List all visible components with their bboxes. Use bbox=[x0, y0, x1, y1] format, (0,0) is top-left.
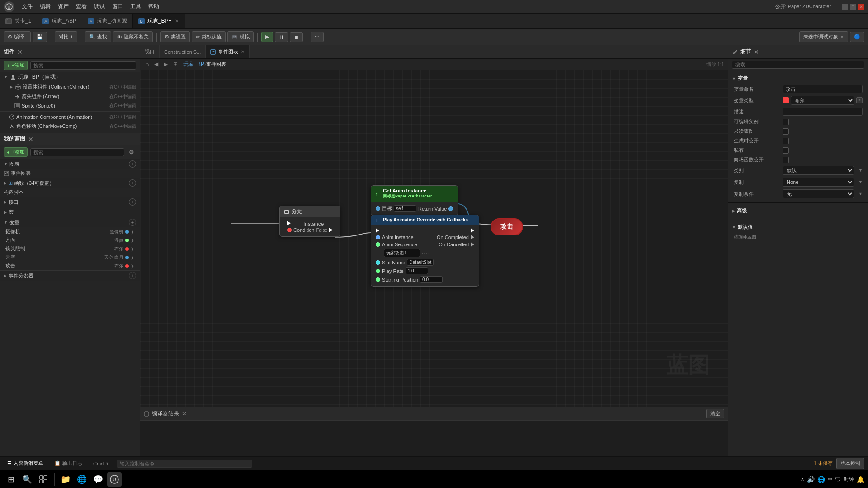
component-animation[interactable]: Animation Component (Animation) 在C++中编辑 bbox=[0, 113, 140, 122]
close-button[interactable]: ✕ bbox=[858, 4, 864, 10]
tab-level[interactable]: ⬛ 关卡_1 bbox=[0, 14, 37, 28]
add-graph-button[interactable]: + bbox=[129, 160, 136, 168]
menu-asset[interactable]: 资产 bbox=[54, 1, 72, 12]
debug-target-selector[interactable]: 未选中调试对象 ▼ bbox=[799, 31, 848, 42]
component-sprite[interactable]: Sprite (Sprite0) 在C++中编辑 bbox=[0, 101, 140, 110]
compile-button[interactable]: ⚙ 编译 ! bbox=[4, 31, 31, 42]
maximize-button[interactable]: □ bbox=[850, 4, 856, 10]
tab-player-anim-source[interactable]: A 玩家_动画源 bbox=[82, 14, 133, 28]
section-event-dispatchers[interactable]: ▶ 事件分发器 + bbox=[0, 270, 140, 281]
var-sky[interactable]: 天空 天空 白月 ❯ bbox=[0, 253, 140, 262]
menu-help[interactable]: 帮助 bbox=[145, 1, 163, 12]
notification-icon[interactable]: 🔔 bbox=[857, 476, 864, 483]
item-event-graph[interactable]: 事件图表 bbox=[0, 169, 140, 178]
minimize-button[interactable]: — bbox=[842, 4, 848, 10]
editable-checkbox[interactable] bbox=[783, 119, 789, 125]
clear-compiler-button[interactable]: 清空 bbox=[706, 409, 724, 418]
tab-construction-script[interactable]: Construction S... bbox=[160, 45, 206, 58]
menu-window[interactable]: 窗口 bbox=[108, 1, 127, 12]
my-blueprints-close-button[interactable]: ✕ bbox=[28, 136, 33, 143]
section-macro[interactable]: ▶ 宏 bbox=[0, 207, 140, 217]
tab-event-graph[interactable]: 事件图表 ✕ bbox=[206, 45, 250, 58]
class-settings-button[interactable]: ⚙ 类设置 bbox=[160, 31, 190, 42]
details-var-section-header[interactable]: ▼ 变量 bbox=[728, 73, 868, 84]
var-desc-field[interactable] bbox=[783, 108, 863, 116]
my-blueprints-add-button[interactable]: + +添加 bbox=[4, 147, 28, 157]
version-control-button[interactable]: 版本控制 bbox=[836, 458, 864, 469]
component-arrow[interactable]: 箭头组件 (Arrow) 在C++中编辑 bbox=[0, 92, 140, 101]
speaker-icon[interactable]: 🔊 bbox=[807, 476, 815, 483]
section-variables[interactable]: ▼ 变量 + bbox=[0, 217, 140, 227]
add-interface-button[interactable]: + bbox=[129, 198, 136, 206]
network-icon[interactable]: 🌐 bbox=[817, 476, 825, 483]
private-checkbox[interactable] bbox=[783, 147, 789, 154]
file-explorer-button[interactable]: 📁 bbox=[58, 472, 73, 487]
save-button[interactable]: 💾 bbox=[33, 32, 47, 42]
my-blueprints-search-input[interactable] bbox=[30, 148, 124, 156]
compiler-close-button[interactable]: ✕ bbox=[182, 410, 187, 417]
components-search-input[interactable] bbox=[30, 61, 136, 70]
task-view-button[interactable] bbox=[36, 472, 51, 487]
var-type-select[interactable]: 布尔 bbox=[791, 96, 854, 105]
component-char-move[interactable]: 角色移动 (CharMoveComp) 在C++中编辑 bbox=[0, 122, 140, 131]
ue-taskbar-button[interactable]: U bbox=[107, 472, 122, 487]
details-close-button[interactable]: ✕ bbox=[754, 48, 759, 56]
start-button[interactable]: ⊞ bbox=[4, 472, 18, 487]
node-attack[interactable]: 攻击 bbox=[491, 218, 523, 235]
hide-button[interactable]: 👁 隐藏不相关 bbox=[113, 31, 153, 42]
node-get-anim-instance[interactable]: f Get Anim Instance 目标是Paper ZDCharacter… bbox=[371, 185, 458, 216]
tab-viewport[interactable]: 视口 bbox=[140, 45, 160, 58]
breadcrumb-root[interactable]: 玩家_BP bbox=[183, 61, 204, 68]
tab-player-bp[interactable]: B 玩家_BP+ ✕ bbox=[133, 14, 186, 28]
node-branch[interactable]: 分支 Condition False bbox=[279, 206, 340, 237]
components-add-button[interactable]: + +添加 bbox=[4, 61, 28, 70]
menu-view[interactable]: 查看 bbox=[72, 1, 90, 12]
section-graphs[interactable]: ▼ 图表 + bbox=[0, 159, 140, 169]
replication-select[interactable]: None bbox=[783, 178, 854, 187]
more-play-options[interactable]: ⋯ bbox=[311, 32, 324, 42]
find-button[interactable]: 🔍 查找 bbox=[85, 31, 111, 42]
class-defaults-button[interactable]: ✏ 类默认值 bbox=[192, 31, 226, 42]
expose-func-checkbox[interactable] bbox=[783, 157, 789, 163]
var-attack[interactable]: 攻击 布尔 ❯ bbox=[0, 262, 140, 270]
component-collision[interactable]: ▶ 设置体组件 (CollisionCylinder) 在C++中编辑 bbox=[0, 82, 140, 92]
close-event-graph-button[interactable]: ✕ bbox=[241, 49, 245, 54]
section-functions[interactable]: ▶ ⊞ 函数（34可覆盖） + bbox=[0, 178, 140, 188]
details-advanced-header[interactable]: ▶ 高级 bbox=[728, 206, 868, 216]
gear-icon[interactable]: ⚙ bbox=[127, 148, 136, 156]
add-function-button[interactable]: + bbox=[129, 179, 136, 187]
details-search-input[interactable] bbox=[732, 61, 864, 69]
item-construct-script[interactable]: 构造脚本 bbox=[0, 188, 140, 197]
menu-file[interactable]: 文件 bbox=[18, 1, 36, 12]
components-close-button[interactable]: ✕ bbox=[17, 48, 23, 56]
search-taskbar-button[interactable]: 🔍 bbox=[20, 472, 34, 487]
blueprint-debug-button[interactable]: 🔵 bbox=[850, 32, 864, 42]
play-button[interactable]: ▶ bbox=[261, 32, 273, 42]
node-play-anim-override[interactable]: f Play Animation Override with Callbacks… bbox=[371, 215, 479, 287]
simulate-button[interactable]: 🎮 模拟 bbox=[227, 31, 254, 42]
add-variable-button[interactable]: + bbox=[129, 219, 136, 226]
details-defaults-header[interactable]: ▼ 默认值 bbox=[728, 222, 868, 232]
section-interface[interactable]: ▶ 接口 + bbox=[0, 197, 140, 207]
category-select[interactable]: 默认 bbox=[783, 166, 854, 175]
tab-close-bp[interactable]: ✕ bbox=[174, 19, 179, 23]
menu-debug[interactable]: 调试 bbox=[90, 1, 108, 12]
add-dispatcher-button[interactable]: + bbox=[129, 272, 136, 279]
output-log-tab[interactable]: 📋 输出日志 bbox=[51, 458, 86, 469]
menu-edit[interactable]: 编辑 bbox=[36, 1, 54, 12]
content-drawer-tab[interactable]: ☰ 内容侧滑菜单 bbox=[4, 458, 47, 469]
antivirus-icon[interactable]: 🛡 bbox=[835, 476, 841, 483]
up-arrow-icon[interactable]: ∧ bbox=[801, 476, 804, 482]
back-button[interactable]: ◀ bbox=[152, 60, 160, 68]
expose-spawn-checkbox[interactable] bbox=[783, 138, 789, 144]
var-name-field[interactable] bbox=[783, 85, 863, 93]
home-button[interactable]: ⌂ bbox=[144, 60, 151, 68]
var-direction[interactable]: 方向 浮点 ❯ bbox=[0, 236, 140, 244]
menu-tools[interactable]: 工具 bbox=[127, 1, 145, 12]
blueprint-canvas[interactable]: 分支 Condition False f bbox=[140, 70, 728, 407]
var-array-type-button[interactable]: ≡ bbox=[856, 97, 863, 103]
browser-button[interactable]: 🌐 bbox=[75, 472, 89, 487]
component-root[interactable]: ▼ 玩家_BP（自我） bbox=[0, 72, 140, 82]
layout-button[interactable]: ⊞ bbox=[171, 60, 179, 68]
stop-button[interactable]: ⏹ bbox=[290, 32, 303, 42]
